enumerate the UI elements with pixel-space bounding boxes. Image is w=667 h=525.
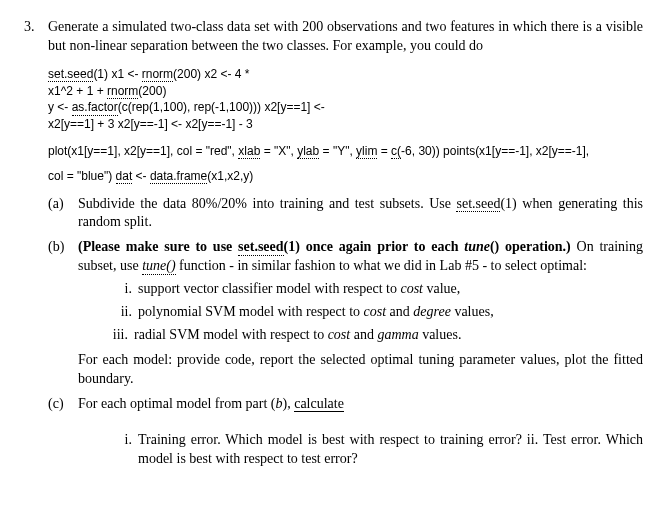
text: set.seed	[238, 239, 284, 255]
code-text: xlab	[238, 145, 260, 159]
sub-ii: ii. polynomial SVM model with respect to…	[106, 303, 643, 322]
text: support vector classifier model with res…	[138, 281, 400, 296]
text: cost	[400, 281, 423, 296]
code-text: col = "blue")	[48, 169, 116, 183]
part-label: (c)	[48, 395, 78, 470]
code-text: rnorm	[107, 85, 138, 99]
text: polynomial SVM model with respect to	[138, 304, 364, 319]
roman-label: iii.	[106, 326, 134, 345]
code-text: y <-	[48, 100, 72, 114]
part-body: Subdivide the data 80%/20% into training…	[78, 195, 643, 233]
text: Subdivide the data 80%/20% into training…	[78, 196, 456, 211]
code-text: x2[y==1] + 3 x2[y==-1] <- x2[y==-1] - 3	[48, 116, 643, 133]
text: value,	[423, 281, 460, 296]
sub-iii: iii. radial SVM model with respect to co…	[106, 326, 643, 345]
roman-body: radial SVM model with respect to cost an…	[134, 326, 643, 345]
code-block-2: plot(x1[y==1], x2[y==1], col = "red", xl…	[48, 143, 643, 185]
part-label: (b)	[48, 238, 78, 388]
part-a: (a) Subdivide the data 80%/20% into trai…	[48, 195, 643, 233]
text: cost	[328, 327, 351, 342]
text: ),	[283, 396, 295, 411]
question-row: 3. Generate a simulated two-class data s…	[24, 18, 643, 56]
text: (Please make sure to use	[78, 239, 238, 254]
code-text: ylim	[356, 145, 377, 159]
text: cost	[364, 304, 387, 319]
roman-body: support vector classifier model with res…	[138, 280, 643, 299]
text: gamma	[377, 327, 418, 342]
code-text: x1^2 + 1 +	[48, 84, 107, 98]
code-text: = "Y",	[319, 144, 356, 158]
code-text: as.factor	[72, 101, 118, 115]
question-text: Generate a simulated two-class data set …	[48, 18, 643, 56]
text: b	[276, 396, 283, 411]
text: and	[350, 327, 377, 342]
code-text: (200)	[138, 84, 166, 98]
text: values.	[419, 327, 462, 342]
roman-label: ii.	[106, 303, 138, 322]
code-block-1: set.seed(1) x1 <- rnorm(200) x2 <- 4 * x…	[48, 66, 643, 133]
code-text: (200) x2 <- 4 *	[173, 67, 249, 81]
text: calculate	[294, 396, 344, 412]
part-body: For each optimal model from part (b), ca…	[78, 395, 643, 470]
code-text: set.seed	[48, 68, 93, 82]
code-text: data.frame	[150, 170, 207, 184]
text: set.seed	[456, 196, 500, 212]
code-text: dat	[116, 170, 133, 184]
code-text: <-	[132, 169, 150, 183]
code-text: =	[377, 144, 391, 158]
text: and	[386, 304, 413, 319]
text: values,	[451, 304, 494, 319]
text: degree	[413, 304, 451, 319]
text: tune()	[142, 258, 175, 274]
code-text: (c(rep(1,100), rep(-1,100))) x2[y==1] <-	[118, 100, 325, 114]
code-text: = "X",	[260, 144, 297, 158]
text: tune	[464, 239, 490, 254]
text: For each optimal model from part (	[78, 396, 276, 411]
text: function - in similar fashion to what we…	[176, 258, 587, 273]
question-number: 3.	[24, 18, 48, 56]
roman-body: polynomial SVM model with respect to cos…	[138, 303, 643, 322]
part-b-tail: For each model: provide code, report the…	[78, 351, 643, 389]
sub-c-i: i. Training error. Which model is best w…	[106, 431, 643, 469]
part-body: (Please make sure to use set.seed(1) onc…	[78, 238, 643, 388]
code-text: c(	[391, 145, 401, 159]
part-label: (a)	[48, 195, 78, 233]
roman-body: Training error. Which model is best with…	[138, 431, 643, 469]
text: () operation.)	[490, 239, 571, 254]
part-c: (c) For each optimal model from part (b)…	[48, 395, 643, 470]
text: radial SVM model with respect to	[134, 327, 328, 342]
code-text: rnorm	[142, 68, 173, 82]
part-b: (b) (Please make sure to use set.seed(1)…	[48, 238, 643, 388]
code-text: ylab	[297, 145, 319, 159]
code-text: (1) x1 <-	[93, 67, 141, 81]
text: (1) once again prior to each	[284, 239, 465, 254]
roman-label: i.	[106, 280, 138, 299]
sub-i: i. support vector classifier model with …	[106, 280, 643, 299]
code-text: -6, 30)) points(x1[y==-1], x2[y==-1],	[401, 144, 589, 158]
code-text: plot(x1[y==1], x2[y==1], col = "red",	[48, 144, 238, 158]
code-text: (x1,x2,y)	[207, 169, 253, 183]
roman-label: i.	[106, 431, 138, 469]
